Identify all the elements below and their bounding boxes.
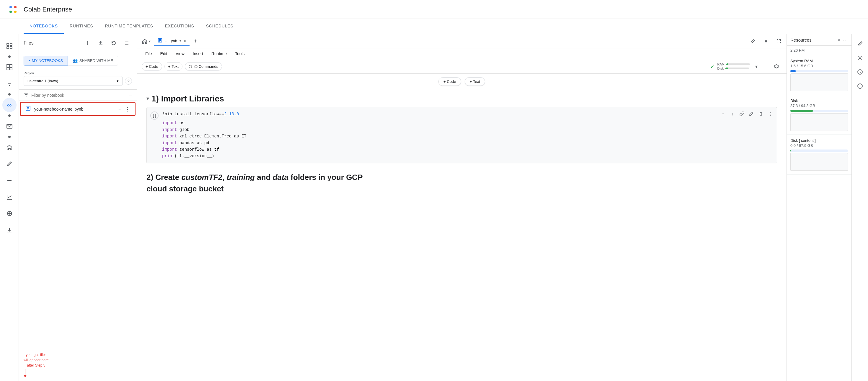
cell-run-button[interactable]: [ ] xyxy=(150,111,159,120)
sidebar-edit-icon[interactable] xyxy=(2,157,17,171)
add-file-button[interactable] xyxy=(82,38,93,48)
move-down-button[interactable]: ↓ xyxy=(728,110,737,118)
svg-rect-11 xyxy=(10,68,12,70)
filter-menu-icon[interactable]: ≡ xyxy=(129,92,132,98)
pip-cmd: !pip install tensorflow== xyxy=(162,112,224,116)
alias-tf: tf xyxy=(214,147,219,152)
sidebar-colab-icon[interactable]: co xyxy=(2,98,17,112)
plus-icon: + xyxy=(146,64,148,69)
region-help-button[interactable]: ? xyxy=(125,77,132,84)
upload-file-button[interactable] xyxy=(95,38,106,48)
tab-notebooks[interactable]: NOTEBOOKS xyxy=(24,19,64,34)
s2-training: training xyxy=(227,173,255,182)
resources-close-button[interactable]: × xyxy=(838,37,840,42)
gcs-tooltip-arrow xyxy=(24,369,27,377)
float-add-code-button[interactable]: + Code xyxy=(438,77,461,86)
region-select[interactable]: us-central1 (Iowa) ▾ xyxy=(24,76,123,86)
tab-runtime-templates[interactable]: RUNTIME TEMPLATES xyxy=(99,19,159,34)
section2: 2) Create customTF2, training and data f… xyxy=(137,165,786,197)
s2-customtf2: customTF2 xyxy=(182,173,223,182)
tab-schedules[interactable]: SCHEDULES xyxy=(200,19,240,34)
as-kw-2: as xyxy=(197,141,202,145)
sidebar-dot-4 xyxy=(8,136,11,138)
shared-with-me-button[interactable]: 👥 SHARED WITH ME xyxy=(68,56,118,66)
right-info-icon[interactable] xyxy=(854,80,866,92)
toggle-buttons: ▪ MY NOTEBOOKS 👥 SHARED WITH ME xyxy=(19,52,137,69)
resources-panel-title: Resources xyxy=(790,37,836,42)
sidebar-mail-icon[interactable] xyxy=(2,119,17,133)
section2-title: 2) Create customTF2, training and data f… xyxy=(147,172,777,183)
menu-tools[interactable]: Tools xyxy=(231,49,248,58)
notebook-options-icon[interactable]: ⋯ xyxy=(118,107,121,111)
sidebar-list-icon[interactable] xyxy=(2,173,17,187)
filter-icon xyxy=(24,92,29,98)
as-kw-3: as xyxy=(207,147,212,152)
add-text-button[interactable]: + Text xyxy=(164,62,182,71)
s2-data: data xyxy=(273,173,288,182)
add-code-button[interactable]: + Code xyxy=(142,62,162,71)
toolbar-dropdown-button[interactable]: ▾ xyxy=(761,36,771,46)
sidebar-home-icon[interactable] xyxy=(2,140,17,154)
code-cell[interactable]: [ ] !pip install tensorflow==2.13.0 impo… xyxy=(147,107,777,163)
disk-content-value: 0.0 / 97.9 GB xyxy=(790,143,848,148)
ram-resource-fill xyxy=(790,70,796,72)
sidebar-dashboard-icon[interactable] xyxy=(2,60,17,74)
menu-insert[interactable]: Insert xyxy=(189,49,207,58)
import-kw-1: import xyxy=(162,120,177,125)
fullscreen-button[interactable] xyxy=(774,36,784,46)
collapse-button[interactable] xyxy=(121,38,132,48)
refresh-button[interactable] xyxy=(108,38,119,48)
my-notebooks-button[interactable]: ▪ MY NOTEBOOKS xyxy=(24,56,68,66)
sidebar-filter-icon[interactable] xyxy=(2,77,17,91)
nb-tab-close-button[interactable]: × xyxy=(184,39,186,43)
notebook-tab[interactable]: … ynb ▾ × xyxy=(154,36,190,46)
section2-title-line2: cloud storage bucket xyxy=(147,183,777,195)
shared-icon-sm: 👥 xyxy=(73,58,78,63)
commands-icon: ⬡ xyxy=(189,64,192,69)
edit-toolbar-button[interactable] xyxy=(748,36,758,46)
nb-tab-chevron: ▾ xyxy=(180,39,181,43)
my-notebooks-label: MY NOTEBOOKS xyxy=(32,58,63,63)
disk-content-title: Disk [ content ] xyxy=(790,138,848,143)
svg-rect-9 xyxy=(10,65,12,67)
menu-file[interactable]: File xyxy=(142,49,156,58)
notebook-more-icon[interactable]: ⋮ xyxy=(125,106,130,112)
add-tab-button[interactable]: + xyxy=(191,37,200,46)
tab-runtimes[interactable]: RUNTIMES xyxy=(64,19,99,34)
commands-button[interactable]: ⬡ ⬡ Commands xyxy=(185,62,222,71)
edit-cell-button[interactable] xyxy=(747,110,755,118)
resources-more-button[interactable]: ⋯ xyxy=(843,37,848,43)
section1-header: ▾ 1) Import Libraries xyxy=(137,87,786,106)
right-settings-icon[interactable] xyxy=(854,52,866,64)
commands-label: ⬡ Commands xyxy=(194,64,218,69)
menu-edit[interactable]: Edit xyxy=(157,49,171,58)
link-button[interactable] xyxy=(738,110,746,118)
sidebar-grid-icon[interactable] xyxy=(2,39,17,53)
right-clock-icon[interactable] xyxy=(854,66,866,78)
sidebar-globe-icon[interactable] xyxy=(2,206,17,220)
cell-code-content[interactable]: !pip install tensorflow==2.13.0 import o… xyxy=(162,111,773,160)
disk-section-value: 37.3 / 94.3 GB xyxy=(790,104,848,108)
code-float-label: Code xyxy=(447,79,456,84)
ram-label: RAM xyxy=(717,63,724,66)
more-cell-button[interactable]: ⋮ xyxy=(766,110,774,118)
right-edit-icon[interactable] xyxy=(854,38,866,49)
run-icon: [ ] xyxy=(153,113,156,118)
section1-collapse-button[interactable]: ▾ xyxy=(147,95,149,102)
text-float-label: Text xyxy=(473,79,480,84)
float-add-text-button[interactable]: + Text xyxy=(465,77,485,86)
notebook-item[interactable]: your-notebook-name.ipynb ⋯ ⋮ xyxy=(20,102,135,116)
ram-disk-dropdown[interactable]: ▾ xyxy=(752,62,761,70)
expand-section-button[interactable] xyxy=(771,61,782,72)
delete-cell-button[interactable] xyxy=(757,110,765,118)
sidebar-download-icon[interactable] xyxy=(2,223,17,237)
sidebar-chart-icon[interactable] xyxy=(2,190,17,204)
move-up-button[interactable]: ↑ xyxy=(719,110,727,118)
ram-section-value: 1.5 / 15.6 GB xyxy=(790,64,848,68)
menu-runtime[interactable]: Runtime xyxy=(208,49,230,58)
filter-input[interactable] xyxy=(31,93,126,98)
home-tab-button[interactable]: ▾ xyxy=(140,37,153,46)
disk-section-title: Disk xyxy=(790,99,848,103)
tab-executions[interactable]: EXECUTIONS xyxy=(159,19,200,34)
menu-view[interactable]: View xyxy=(172,49,188,58)
